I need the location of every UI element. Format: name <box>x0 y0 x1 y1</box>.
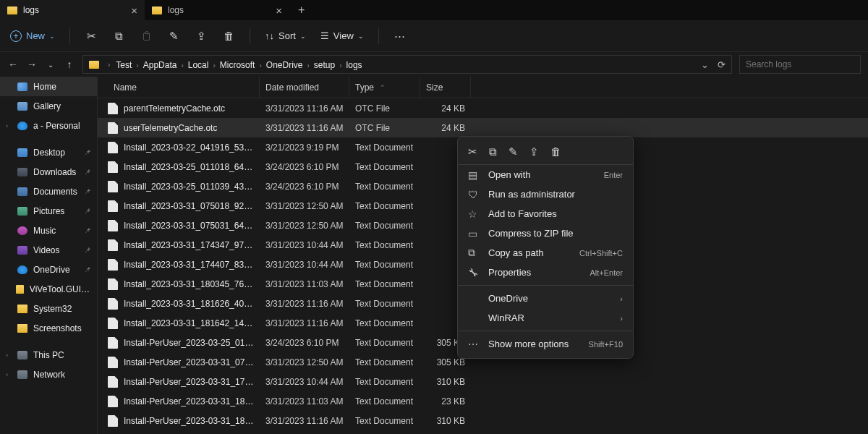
file-type: Text Document <box>349 338 420 348</box>
file-icon <box>108 259 118 271</box>
up-button[interactable]: ↑ <box>64 59 75 70</box>
back-button[interactable]: ← <box>7 59 19 70</box>
file-icon <box>108 161 118 173</box>
close-icon[interactable]: × <box>276 4 282 17</box>
crumb-microsoft[interactable]: Microsoft <box>218 60 257 70</box>
tab-logs-active[interactable]: logs × <box>0 0 145 20</box>
col-date[interactable]: Date modified <box>260 77 349 98</box>
file-type: OTC File <box>349 123 420 133</box>
ctx-properties[interactable]: 🔧︎PropertiesAlt+Enter <box>458 263 633 282</box>
file-row[interactable]: Install-PerUser_2023-03-31_181628_7996…3… <box>98 411 868 430</box>
nav-thispc[interactable]: ›This PC <box>0 345 97 365</box>
file-date: 3/31/2023 11:16 AM <box>260 416 349 426</box>
file-name: Install_2023-03-31_075018_9208-4036 <box>124 201 254 211</box>
chevron-down-icon: ⌄ <box>49 33 55 40</box>
ctx-winrar[interactable]: WinRAR› <box>458 308 633 328</box>
share-icon[interactable]: ⇪ <box>195 30 208 43</box>
nav-pictures[interactable]: Pictures📌︎ <box>0 201 97 221</box>
nav-gallery[interactable]: Gallery <box>0 96 97 116</box>
file-row[interactable]: Install-PerUser_2023-03-31_174349_656-…3… <box>98 372 868 391</box>
file-name: Install_2023-03-22_041916_5340-4340 <box>124 142 254 153</box>
ctx-more[interactable]: ⋯Show more optionsShift+F10 <box>458 334 633 354</box>
separator <box>378 28 379 44</box>
file-name: Install_2023-03-31_180345_7680-9948 <box>124 279 254 289</box>
delete-icon[interactable]: 🗑︎ <box>222 30 235 42</box>
nav-pane: Home Gallery ›a - Personal Desktop📌︎Down… <box>0 77 98 434</box>
crumb-appdata[interactable]: AppData <box>142 60 179 70</box>
view-button[interactable]: ☰ View ⌄ <box>320 30 364 41</box>
cut-icon[interactable]: ✂ <box>85 30 98 43</box>
ctx-open-with[interactable]: ▤Open withEnter <box>458 165 633 184</box>
file-name: Install-PerUser_2023-03-31_181628_7996… <box>124 416 254 426</box>
crumb-onedrive[interactable]: OneDrive <box>265 60 305 70</box>
nav-desktop[interactable]: Desktop📌︎ <box>0 142 97 162</box>
ctx-copy-path[interactable]: ⧉Copy as pathCtrl+Shift+C <box>458 243 633 263</box>
col-size[interactable]: Size <box>420 77 471 98</box>
ctx-onedrive[interactable]: OneDrive› <box>458 289 633 308</box>
crumb-logs[interactable]: logs <box>345 60 364 70</box>
cloud-icon <box>17 122 27 130</box>
col-name[interactable]: Name <box>98 77 260 98</box>
rename-icon[interactable]: ✎ <box>167 30 180 43</box>
file-date: 3/31/2023 12:50 AM <box>260 221 349 231</box>
nav-network[interactable]: ›Network <box>0 365 97 384</box>
recent-dropdown[interactable]: ⌄ <box>45 61 56 69</box>
file-type: Text Document <box>349 182 420 192</box>
file-row[interactable]: parentTelemetryCache.otc3/31/2023 11:16 … <box>98 98 868 118</box>
file-type: Text Document <box>349 357 420 367</box>
search-input[interactable] <box>739 55 861 74</box>
col-type[interactable]: Type⌃ <box>349 77 420 98</box>
forward-button[interactable]: → <box>26 59 38 70</box>
file-name: Install_2023-03-25_011018_6460-1008 <box>124 162 254 172</box>
crumb-test[interactable]: Test <box>114 60 133 70</box>
file-row[interactable]: userTelemetryCache.otc3/31/2023 11:16 AM… <box>98 118 868 137</box>
nav-videos[interactable]: Videos📌︎ <box>0 240 97 260</box>
close-icon[interactable]: × <box>131 4 137 17</box>
nav-music[interactable]: Music📌︎ <box>0 221 97 240</box>
star-icon: ☆ <box>468 208 480 220</box>
tab-label: logs <box>23 5 39 15</box>
more-icon[interactable]: ⋯ <box>393 30 407 43</box>
crumb-local[interactable]: Local <box>187 60 210 70</box>
nav-documents[interactable]: Documents📌︎ <box>0 182 97 201</box>
separator <box>458 285 633 286</box>
pin-icon: 📌︎ <box>84 265 91 273</box>
crumb-setup[interactable]: setup <box>312 60 336 70</box>
nav-downloads[interactable]: Downloads📌︎ <box>0 162 97 182</box>
chevron-right-icon: › <box>620 314 623 323</box>
ctx-add-fav[interactable]: ☆Add to Favorites <box>458 204 633 224</box>
documents-icon <box>17 187 27 196</box>
nav-system32[interactable]: System32 <box>0 299 97 318</box>
copy-icon[interactable]: ⧉ <box>489 145 497 158</box>
more-icon: ⋯ <box>468 339 480 350</box>
nav-vivetool[interactable]: ViVeTool.GUI.1.6.2.0 <box>0 279 97 299</box>
refresh-icon[interactable]: ⟳ <box>718 59 726 70</box>
new-button[interactable]: + New ⌄ <box>10 30 55 42</box>
delete-icon[interactable]: 🗑︎ <box>550 145 561 158</box>
chevron-down-icon[interactable]: ⌄ <box>701 59 709 70</box>
tab-logs-inactive[interactable]: logs × <box>145 0 289 20</box>
paste-icon[interactable]: 📋︎ <box>140 30 153 42</box>
ctx-run-admin[interactable]: 🛡︎Run as administrator <box>458 184 633 204</box>
file-date: 3/31/2023 10:44 AM <box>260 260 349 270</box>
context-menu: ✂ ⧉ ✎ ⇪ 🗑︎ ▤Open withEnter 🛡︎Run as admi… <box>457 136 634 359</box>
new-tab-button[interactable]: + <box>289 4 313 17</box>
file-size: 23 KB <box>420 396 471 407</box>
file-row[interactable]: Install-PerUser_2023-03-31_180352_1128…3… <box>98 391 868 411</box>
nav-home[interactable]: Home <box>0 77 97 96</box>
nav-screenshots[interactable]: Screenshots <box>0 318 97 338</box>
copy-icon[interactable]: ⧉ <box>112 30 125 43</box>
nav-personal[interactable]: ›a - Personal <box>0 116 97 135</box>
rename-icon[interactable]: ✎ <box>509 145 518 158</box>
cut-icon[interactable]: ✂ <box>468 145 477 158</box>
sort-label: Sort <box>278 30 296 41</box>
file-icon <box>108 200 118 212</box>
share-icon[interactable]: ⇪ <box>529 145 539 158</box>
chevron-right-icon: › <box>210 61 218 69</box>
ctx-compress[interactable]: ▭Compress to ZIP file <box>458 224 633 243</box>
file-type: Text Document <box>349 396 420 407</box>
sort-button[interactable]: ↑↓ Sort ⌄ <box>265 30 306 41</box>
breadcrumb-bar[interactable]: › Test›AppData›Local›Microsoft›OneDrive›… <box>82 55 732 74</box>
nav-onedrive[interactable]: OneDrive📌︎ <box>0 260 97 279</box>
pin-icon: 📌︎ <box>84 226 91 234</box>
